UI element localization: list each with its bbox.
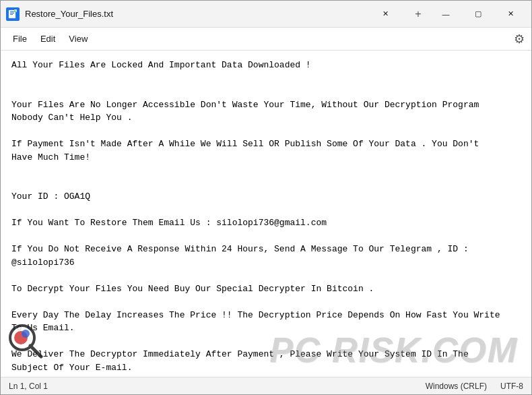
text-editor[interactable]: All Your Files Are Locked And Important …: [1, 51, 531, 377]
cursor-position: Ln 1, Col 1: [9, 382, 426, 391]
close-tab-button[interactable]: ✕: [370, 3, 401, 25]
settings-icon[interactable]: ⚙: [514, 32, 525, 47]
view-menu[interactable]: View: [62, 31, 94, 47]
svg-rect-2: [10, 13, 14, 13]
minimize-button[interactable]: —: [430, 3, 461, 25]
svg-rect-1: [10, 11, 14, 12]
menu-bar: File Edit View ⚙: [1, 28, 531, 51]
file-menu[interactable]: File: [6, 31, 34, 47]
status-right: Windows (CRLF) UTF-8: [426, 382, 523, 391]
window-title: Restore_Your_Files.txt: [25, 9, 370, 19]
maximize-button[interactable]: ▢: [463, 3, 494, 25]
svg-rect-3: [10, 14, 13, 15]
line-ending[interactable]: Windows (CRLF): [426, 382, 487, 391]
notepad-window: Restore_Your_Files.txt ✕ + — ▢ ✕ File Ed…: [0, 0, 532, 395]
app-icon: [6, 7, 20, 21]
edit-menu[interactable]: Edit: [34, 31, 62, 47]
new-tab-button[interactable]: +: [407, 3, 429, 25]
close-button[interactable]: ✕: [495, 3, 526, 25]
window-controls: ✕ + — ▢ ✕: [370, 3, 526, 25]
status-bar: Ln 1, Col 1 Windows (CRLF) UTF-8: [1, 377, 531, 394]
title-bar: Restore_Your_Files.txt ✕ + — ▢ ✕: [1, 1, 531, 28]
charset[interactable]: UTF-8: [500, 382, 523, 391]
content-area: All Your Files Are Locked And Important …: [1, 51, 531, 377]
